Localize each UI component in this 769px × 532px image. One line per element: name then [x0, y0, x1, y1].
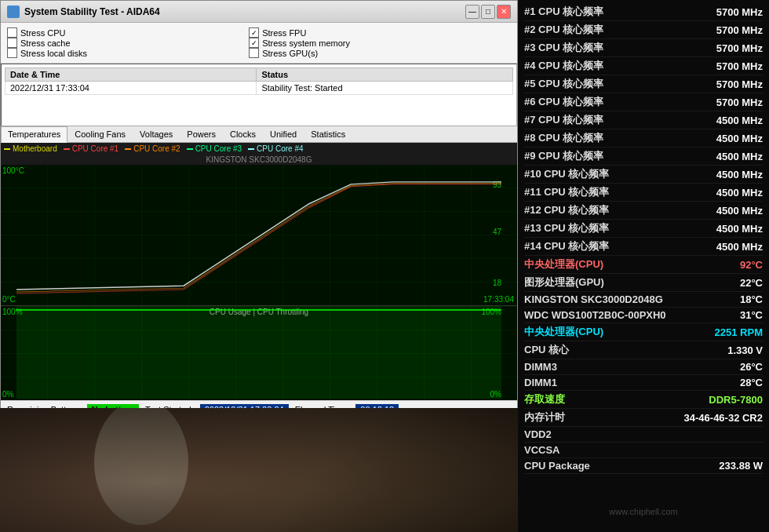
right-value-1: 5700 MHz	[716, 24, 763, 36]
tab-temperatures[interactable]: Temperatures	[1, 126, 67, 143]
graph-top: 100°C 0°C 17:33:04 93 47 18	[1, 165, 517, 306]
right-row-15: 图形处理器(GPU)22°C	[524, 274, 763, 292]
right-row-24: VDD2	[524, 427, 763, 443]
right-label-9: #10 CPU 核心频率	[524, 167, 609, 181]
checkbox-stress-cache[interactable]	[7, 38, 17, 48]
right-value-16: 18°C	[740, 293, 763, 305]
tab-voltages[interactable]: Voltages	[133, 126, 180, 142]
right-value-10: 4500 MHz	[716, 187, 763, 199]
right-row-9: #10 CPU 核心频率4500 MHz	[524, 166, 763, 184]
label-stress-cache: Stress cache	[20, 38, 71, 48]
log-area: Date & Time Status 2022/12/31 17:33:04St…	[1, 64, 517, 126]
right-label-20: DIMM3	[524, 361, 557, 373]
right-label-15: 图形处理器(GPU)	[524, 275, 604, 290]
right-row-12: #13 CPU 核心频率4500 MHz	[524, 220, 763, 238]
right-label-8: #9 CPU 核心频率	[524, 149, 603, 163]
label-stress-fpu: Stress FPU	[262, 28, 306, 38]
right-value-19: 1.330 V	[727, 344, 763, 356]
checkbox-stress-gpu[interactable]	[249, 48, 259, 58]
right-row-5: #6 CPU 核心频率5700 MHz	[524, 93, 763, 111]
right-label-1: #2 CPU 核心频率	[524, 23, 603, 37]
log-table: Date & Time Status 2022/12/31 17:33:04St…	[5, 67, 513, 95]
option-stress-gpu[interactable]: Stress GPU(s)	[249, 48, 490, 58]
log-status: Stability Test: Started	[257, 82, 513, 95]
right-row-8: #9 CPU 核心频率4500 MHz	[524, 148, 763, 166]
right-label-13: #14 CPU 核心频率	[524, 239, 609, 253]
right-label-0: #1 CPU 核心频率	[524, 5, 603, 19]
tab-powers[interactable]: Powers	[180, 126, 223, 142]
option-stress-local-disks[interactable]: Stress local disks	[7, 48, 249, 58]
right-value-14: 92°C	[740, 259, 763, 271]
right-label-19: CPU 核心	[524, 343, 569, 357]
tab-clocks[interactable]: Clocks	[223, 126, 263, 142]
option-stress-cache[interactable]: Stress cache	[7, 38, 249, 48]
right-row-10: #11 CPU 核心频率4500 MHz	[524, 184, 763, 202]
main-window: System Stability Test - AIDA64 — □ ✕ Str…	[0, 0, 518, 408]
right-row-4: #5 CPU 核心频率5700 MHz	[524, 75, 763, 93]
right-label-12: #13 CPU 核心频率	[524, 221, 609, 235]
tab-statistics[interactable]: Statistics	[304, 126, 352, 142]
close-button[interactable]: ✕	[497, 5, 511, 19]
right-row-18: 中央处理器(CPU)2251 RPM	[524, 323, 763, 341]
right-value-17: 31°C	[740, 309, 763, 321]
right-row-25: VCCSA	[524, 443, 763, 458]
right-label-4: #5 CPU 核心频率	[524, 77, 603, 91]
checkbox-stress-fpu[interactable]	[249, 27, 259, 38]
tab-cooling-fans[interactable]: Cooling Fans	[67, 126, 133, 142]
log-col-status: Status	[257, 68, 513, 82]
tabs-bar: TemperaturesCooling FansVoltagesPowersCl…	[1, 126, 517, 143]
checkbox-stress-memory[interactable]	[249, 38, 259, 48]
right-row-14: 中央处理器(CPU)92°C	[524, 256, 763, 274]
right-row-26: CPU Package233.88 W	[524, 458, 763, 474]
right-label-25: VCCSA	[524, 444, 560, 456]
right-label-18: 中央处理器(CPU)	[524, 325, 603, 339]
window-controls: — □ ✕	[465, 5, 511, 19]
legend-cpu-core-#3: CPU Core #3	[187, 144, 242, 153]
right-value-5: 5700 MHz	[716, 97, 763, 108]
legend-motherboard: Motherboard	[4, 144, 57, 153]
graph-bottom-y-bottom-left: 0%	[2, 390, 13, 399]
maximize-button[interactable]: □	[481, 5, 495, 19]
option-stress-memory[interactable]: Stress system memory	[249, 38, 490, 48]
right-label-16: KINGSTON SKC3000D2048G	[524, 293, 663, 305]
graph-legend-top: MotherboardCPU Core #1CPU Core #2CPU Cor…	[1, 143, 517, 155]
option-stress-cpu[interactable]: Stress CPU	[7, 27, 249, 38]
right-value-11: 4500 MHz	[716, 205, 763, 217]
right-row-3: #4 CPU 核心频率5700 MHz	[524, 57, 763, 75]
right-row-6: #7 CPU 核心频率4500 MHz	[524, 111, 763, 129]
right-label-23: 内存计时	[524, 410, 565, 425]
graph-container: MotherboardCPU Core #1CPU Core #2CPU Cor…	[1, 143, 517, 400]
log-datetime: 2022/12/31 17:33:04	[5, 82, 257, 95]
right-value-9: 4500 MHz	[716, 169, 763, 180]
minimize-button[interactable]: —	[465, 5, 479, 19]
log-col-datetime: Date & Time	[5, 68, 257, 82]
right-label-5: #6 CPU 核心频率	[524, 95, 603, 109]
checkbox-stress-local-disks[interactable]	[7, 48, 17, 58]
option-stress-fpu[interactable]: Stress FPU	[249, 27, 490, 38]
right-row-22: 存取速度DDR5-7800	[524, 391, 763, 409]
right-value-4: 5700 MHz	[716, 78, 763, 90]
options-area: Stress CPUStress FPUStress cacheStress s…	[1, 23, 517, 64]
right-label-17: WDC WDS100T2B0C-00PXH0	[524, 309, 666, 321]
right-row-21: DIMM128°C	[524, 375, 763, 391]
right-label-7: #8 CPU 核心频率	[524, 131, 603, 145]
label-stress-cpu: Stress CPU	[20, 28, 65, 38]
right-label-21: DIMM1	[524, 377, 557, 388]
right-value-6: 4500 MHz	[716, 115, 763, 126]
right-panel: #1 CPU 核心频率5700 MHz#2 CPU 核心频率5700 MHz#3…	[518, 0, 769, 532]
svg-rect-0	[16, 306, 501, 399]
label-stress-memory: Stress system memory	[262, 38, 350, 48]
right-row-23: 内存计时34-46-46-32 CR2	[524, 409, 763, 427]
tab-unified[interactable]: Unified	[263, 126, 304, 142]
right-value-8: 4500 MHz	[716, 151, 763, 162]
right-label-2: #3 CPU 核心频率	[524, 41, 603, 55]
right-value-23: 34-46-46-32 CR2	[684, 412, 763, 424]
right-value-13: 4500 MHz	[716, 241, 763, 253]
right-row-16: KINGSTON SKC3000D2048G18°C	[524, 292, 763, 308]
title-bar: System Stability Test - AIDA64 — □ ✕	[1, 1, 517, 23]
legend-cpu-core-#1: CPU Core #1	[64, 144, 118, 153]
right-label-3: #4 CPU 核心频率	[524, 59, 603, 73]
checkbox-stress-cpu[interactable]	[7, 27, 17, 38]
graph-bottom: CPU Usage | CPU Throttling 100% 0% 100% …	[1, 306, 517, 400]
right-row-11: #12 CPU 核心频率4500 MHz	[524, 202, 763, 220]
